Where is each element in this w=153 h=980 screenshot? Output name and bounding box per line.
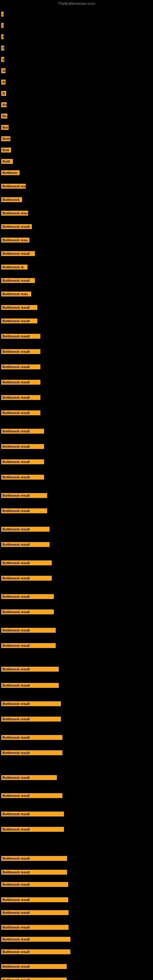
bar-item: Bottleneck result: [1, 628, 56, 634]
bar-item: |: [1, 12, 4, 18]
bar-item: Bottleneck result: [1, 493, 47, 499]
bar-item: Bottl: [1, 159, 13, 165]
bar-item: Bottleneck result: [1, 882, 68, 888]
bottleneck-label: Bottleneck resu: [1, 238, 29, 243]
bottleneck-label: Bottleneck result: [1, 717, 61, 722]
bottleneck-label: Bottleneck result: [1, 380, 40, 385]
bottleneck-label: Bottleneck result: [1, 870, 67, 875]
bar-item: Bottleneck result: [1, 964, 67, 970]
bar-item: Bottleneck re: [1, 265, 27, 271]
bar-item: Bo: [1, 68, 5, 75]
bar-item: Bottleneck resu: [1, 211, 28, 217]
bottleneck-label: Bottleneck result: [1, 278, 35, 283]
bar-item: Bottleneck result: [1, 251, 35, 257]
bottleneck-label: B: [1, 80, 5, 84]
bar-item: Bottleneck result: [1, 527, 49, 533]
bottleneck-label: Bottleneck result: [1, 643, 56, 648]
bar-item: Bottleneck result: [1, 811, 64, 818]
bar-item: Bottleneck result: [1, 701, 61, 708]
bar-item: Bottleneck result: [1, 925, 69, 931]
bar-item: Bottleneck result: [1, 224, 32, 230]
bottleneck-label: Bottleneck result: [1, 460, 44, 464]
bottleneck-label: Bottleneck result: [1, 542, 49, 547]
bar-item: Bott: [1, 148, 11, 154]
bottleneck-label: Bottleneck result: [1, 594, 54, 599]
bar-item: E: [1, 57, 4, 63]
bar-item: Bottleneck result: [1, 827, 64, 833]
bar-item: Bottleneck result: [1, 775, 57, 781]
bottleneck-label: Bottleneck result: [1, 609, 54, 614]
bottleneck-label: Bo: [1, 68, 5, 73]
bar-item: Bottleneck result: [1, 410, 40, 417]
bottleneck-label: Bottleneck result: [1, 334, 40, 339]
bottleneck-label: Bottleneck result: [1, 429, 44, 434]
bar-item: Bottleneck result: [1, 349, 40, 355]
bar-item: Bottleneck result: [1, 667, 59, 673]
bar-item: Bottleneck result: [1, 444, 44, 450]
bar-item: Bottleneck result: [1, 278, 35, 284]
bottleneck-label: Bottleneck result: [1, 964, 67, 969]
bar-item: Bottleneck result: [1, 395, 40, 401]
bottleneck-label: Bottleneck result: [1, 508, 47, 513]
bottleneck-label: Bottleneck result: [1, 493, 47, 498]
bar-item: B: [1, 80, 5, 86]
bottleneck-label: Bottl: [1, 159, 13, 164]
bottleneck-label: Bottleneck result: [1, 856, 67, 861]
bottleneck-label: Bottleneck result: [1, 925, 69, 930]
bottleneck-label: B: [1, 91, 6, 96]
bottleneck-label: Bottleneck: [1, 197, 22, 202]
bottleneck-label: Bottleneck result: [1, 305, 37, 310]
bottleneck-label: Bottleneck result: [1, 410, 40, 415]
bar-item: Bottleneck result: [1, 978, 67, 980]
bottleneck-label: Bottlenec: [1, 170, 19, 175]
bottleneck-label: Bo: [1, 114, 7, 119]
bar-item: Bottleneck result: [1, 609, 54, 616]
bar-item: Bottleneck result: [1, 305, 37, 311]
bar-item: Bottleneck result: [1, 937, 70, 943]
bottleneck-label: Bottleneck re: [1, 265, 27, 269]
bar-item: B: [1, 91, 6, 97]
bar-item: Bottleneck resu: [1, 238, 29, 244]
bottleneck-label: Bottleneck result: [1, 793, 62, 798]
bottleneck-label: Bottleneck result: [1, 701, 61, 706]
bottleneck-label: Bottleneck result: [1, 560, 52, 565]
bar-item: Bottleneck result: [1, 318, 37, 325]
bottleneck-label: Bot: [1, 125, 9, 130]
bottleneck-label: Bottl: [1, 136, 10, 141]
bottleneck-label: Bottleneck result: [1, 683, 59, 688]
bar-item: Bottleneck result: [1, 334, 40, 340]
bottleneck-label: Bott: [1, 148, 11, 153]
bottleneck-label: Bottleneck res: [1, 184, 26, 189]
bottleneck-label: Bottleneck result: [1, 349, 40, 354]
bar-item: Bottleneck result: [1, 594, 54, 600]
bottleneck-label: E: [1, 34, 4, 39]
bottleneck-label: Bo: [1, 102, 7, 107]
bottleneck-label: Bottleneck result: [1, 395, 40, 400]
bottleneck-label: Bottleneck result: [1, 811, 64, 816]
bottleneck-label: B: [1, 46, 4, 51]
bar-item: Bottleneck result: [1, 950, 70, 956]
bar-item: Bottleneck result: [1, 364, 40, 371]
bottleneck-label: Bottleneck result: [1, 827, 64, 832]
bottleneck-label: Bottleneck result: [1, 882, 68, 887]
site-title: TheBottlenecker.com: [58, 1, 95, 6]
bar-item: Bottleneck result: [1, 380, 40, 386]
bottleneck-label: Bottleneck result: [1, 224, 32, 229]
bar-item: Bottleneck result: [1, 542, 49, 548]
bottleneck-label: Bottleneck result: [1, 475, 44, 480]
bottleneck-label: Bottleneck result: [1, 950, 70, 954]
bar-item: |: [1, 23, 4, 29]
bottleneck-label: Bottleneck result: [1, 576, 52, 581]
bottleneck-label: E: [1, 57, 4, 62]
bar-item: Bo: [1, 102, 7, 108]
bar-item: Bottlenec: [1, 170, 19, 177]
bottleneck-label: |: [1, 23, 4, 28]
bar-item: B: [1, 46, 4, 52]
bottleneck-label: Bottleneck result: [1, 937, 70, 942]
bottleneck-label: Bottleneck result: [1, 775, 57, 780]
bottleneck-label: Bottleneck result: [1, 750, 62, 755]
bottleneck-label: Bottleneck result: [1, 628, 56, 633]
bar-item: Bot: [1, 125, 9, 131]
bottleneck-label: Bottleneck result: [1, 897, 68, 902]
bar-item: Bo: [1, 114, 7, 120]
